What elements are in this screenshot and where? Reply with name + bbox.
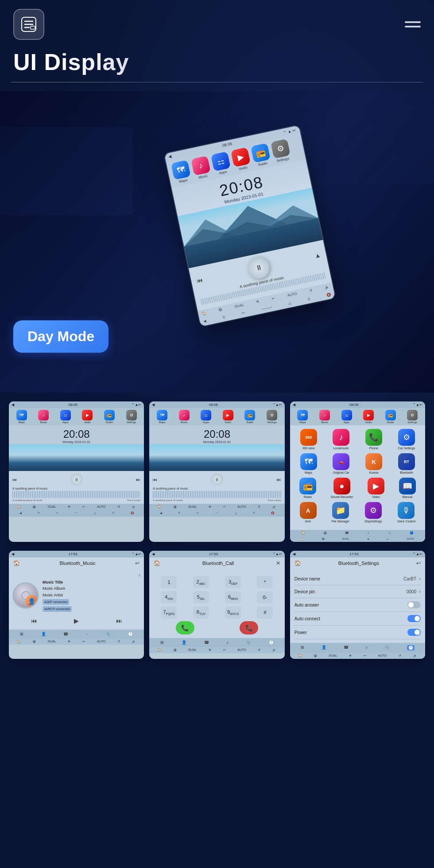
keypad-9[interactable]: 9WXYZ [225,606,241,619]
hamburger-line-1 [405,21,421,23]
bt-settings-home-icon[interactable]: 🏠 [294,560,301,566]
row1-grid: ◀ 08:06 ⌃▲↩ 🗺Maps ♪Music ⚏Apps ▶Vedio 📻R… [0,393,434,551]
app-soundrecorder[interactable]: ● Sound Recorder [331,478,353,498]
bt-music-home-icon[interactable]: 🏠 [13,560,20,566]
device-name-chevron[interactable]: › [419,576,421,582]
bt-music-title: Bluetooth_Music [23,561,132,566]
bt-call-close-icon[interactable]: ✕ [276,560,280,566]
bt-device-name-row: Device name CarBT › [294,572,421,585]
row2-grid: ◀ 17:53 ⌃▲↩ 🏠 Bluetooth_Music ↩ ♪ [0,551,434,668]
keypad-4[interactable]: 4GHI [161,591,177,603]
bt-settings-content: Device name CarBT › Device pin 0000 › Au… [290,569,425,643]
bt-play-btn[interactable]: ▶ [74,617,79,624]
bt-music-bottom-grid-icon[interactable]: ⊞ [20,632,23,636]
bt-device-pin-row: Device pin 0000 › [294,585,421,598]
bt-call-home-icon[interactable]: 🏠 [154,560,160,566]
logo-icon[interactable] [13,9,44,40]
page-title: UI Display [0,44,434,82]
app-phone[interactable]: 📞 Phone [365,429,382,450]
keypad-5[interactable]: 5JKL [193,591,209,603]
auto-answer-toggle[interactable] [407,601,421,608]
bt-auto-answer-row: Auto answer [294,598,421,612]
call-buttons: 📞 📞 [153,621,281,634]
app-kuwoo[interactable]: K Kuwoo [365,453,382,474]
app-voicecontrol[interactable]: 🎙 Voice Control [397,502,415,523]
app-avin[interactable]: A Avin [300,502,317,523]
bt-keypad: 1 2ABC 3DEF * 4GHI 5JKL 6MNO 0- 7PQRS 8T… [149,569,284,638]
bt-music-bottom-phone-icon[interactable]: ☎ [63,632,68,636]
bt-settings-title: Bluetooth_Settings [304,561,414,566]
power-toggle[interactable] [407,629,421,636]
app-grid: 360 360 view ♪ Localmusic 📞 Phone ⚙ Car … [290,425,425,530]
keypad-star[interactable]: * [257,576,273,588]
day-mode-badge: Day Mode [13,320,108,353]
screenshot-bt-settings: ◀ 17:53 ⌃▲↩ 🏠 Bluetooth_Settings ↩ Devic… [290,551,425,659]
keypad-7[interactable]: 7PQRS [161,606,177,619]
keypad-8[interactable]: 8TUV [193,606,209,619]
keypad-0dash[interactable]: 0- [257,591,273,603]
app-360view[interactable]: 360 360 view [300,429,317,450]
call-hangup-btn[interactable]: 📞 [240,621,258,634]
bt-music-bottom-clock-icon[interactable]: 🕐 [128,632,133,636]
screenshot-bt-music: ◀ 17:53 ⌃▲↩ 🏠 Bluetooth_Music ↩ ♪ [9,551,144,659]
bt-music-bottom-note-icon[interactable]: ♪ [86,632,88,636]
bt-settings-back-icon[interactable]: ↩ [416,560,421,566]
bt-music-bottom-clip-icon[interactable]: 📎 [106,632,111,636]
app-filemanager[interactable]: 📁 File Manager [331,502,349,523]
bt-call-title: Bluetooth_Call [163,561,273,566]
keypad-6[interactable]: 6MNO [225,591,241,603]
svg-rect-4 [31,26,35,29]
day-mode-label: Day Mode [13,320,108,353]
screenshot-bt-call: ◀ 17:53 ⌃▲↩ 🏠 Bluetooth_Call ✕ 1 2ABC 3D… [149,551,284,659]
app-maps[interactable]: 🗺 Maps [300,453,317,474]
auto-connect-toggle[interactable] [407,615,421,622]
screenshot-app-grid: ◀ 08:06 ⌃▲↩ 🗺Maps ♪Music ⚏Apps ▶Vedio 📻R… [290,401,425,542]
app-radio[interactable]: 📻 Radio [299,478,316,498]
app-dispsettings[interactable]: ⚙ DispSettings [364,502,382,523]
app-bluetooth[interactable]: BT Bluetooth [398,453,415,474]
bt-album-art: 👤 [12,582,39,609]
bt-auto-connect-row: Auto connect [294,612,421,626]
keypad-3[interactable]: 3DEF [225,576,241,588]
app-manual[interactable]: 📖 Manual [399,478,416,498]
bt-prev-btn[interactable]: ⏮ [31,617,37,624]
call-answer-btn[interactable]: 📞 [176,621,194,634]
header [0,0,434,44]
screenshot-home-2: ◀ 08:06 ⌃▲↩ 🗺Maps ♪Music ⚏Apps ▶Vedio 📻R… [149,401,284,542]
bt-music-info: Music Title Music Album Music Artist A2D… [43,579,72,612]
hamburger-menu[interactable] [405,21,421,27]
bt-next-btn[interactable]: ⏭ [116,617,122,624]
keypad-1[interactable]: 1 [161,576,177,588]
bt-music-back-icon[interactable]: ↩ [135,560,140,566]
app-originalcar[interactable]: 🚗 Original Car [333,453,349,474]
hero-section: ◀ 08:06 ⌃ ▲ ↩ 🗺 Maps ♪ Music ⚏ [0,91,434,393]
keypad-2[interactable]: 2ABC [193,576,209,588]
app-localmusic[interactable]: ♪ Localmusic [333,429,349,450]
keypad-hash[interactable]: # [257,606,273,619]
bt-power-row: Power [294,626,421,639]
screenshot-home-1: ◀ 08:06 ⌃▲↩ 🗺Maps ♪Music ⚏Apps ▶Vedio 📻R… [9,401,144,542]
app-carsettings[interactable]: ⚙ Car Settings [398,429,415,450]
bt-music-bottom-user-icon[interactable]: 👤 [41,632,46,636]
title-divider [11,82,423,82]
app-video[interactable]: ▶ Video [368,478,384,498]
device-pin-chevron[interactable]: › [419,588,421,595]
bt-music-controls: ⏮ ▶ ⏭ [12,615,140,626]
hamburger-line-2 [405,26,421,27]
bt-music-content: ♪ 👤 Music Title Music Album Music Artist [9,569,144,630]
